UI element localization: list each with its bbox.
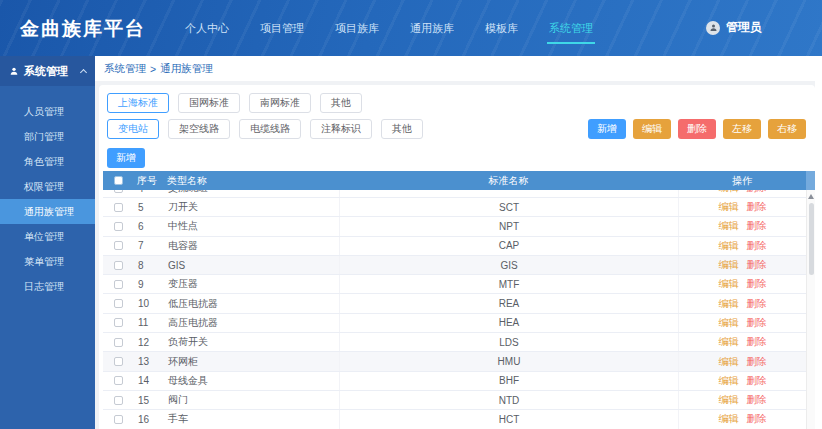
scroll-up-icon[interactable] bbox=[808, 194, 814, 199]
row-code: REA bbox=[339, 294, 678, 312]
delete-link[interactable]: 删除 bbox=[747, 335, 767, 349]
add-row-button[interactable]: 新增 bbox=[107, 148, 145, 168]
delete-link[interactable]: 删除 bbox=[747, 393, 767, 407]
category-filter-button[interactable]: 注释标识 bbox=[310, 119, 372, 139]
action-toolbar: 新增编辑删除左移右移 bbox=[588, 119, 806, 139]
delete-button[interactable]: 删除 bbox=[678, 119, 716, 139]
standard-filter-button[interactable]: 上海标准 bbox=[107, 93, 169, 113]
table-row: 6中性点NPT编辑删除 bbox=[103, 217, 806, 236]
row-checkbox[interactable] bbox=[114, 190, 123, 193]
standard-filter-button[interactable]: 其他 bbox=[320, 93, 362, 113]
delete-link[interactable]: 删除 bbox=[747, 239, 767, 253]
row-checkbox[interactable] bbox=[114, 357, 123, 366]
standard-filter-button[interactable]: 南网标准 bbox=[249, 93, 311, 113]
sidebar-item[interactable]: 菜单管理 bbox=[0, 249, 95, 274]
row-name: 中性点 bbox=[167, 219, 339, 233]
row-checkbox[interactable] bbox=[114, 415, 123, 424]
nav-item[interactable]: 模板库 bbox=[483, 13, 520, 44]
row-seq: 9 bbox=[133, 279, 167, 290]
sidebar-item[interactable]: 角色管理 bbox=[0, 149, 95, 174]
row-checkbox[interactable] bbox=[114, 299, 123, 308]
add-button[interactable]: 新增 bbox=[588, 119, 626, 139]
row-checkbox-cell bbox=[103, 261, 133, 270]
nav-item[interactable]: 通用族库 bbox=[408, 13, 456, 44]
row-code: HEA bbox=[339, 314, 678, 332]
row-seq: 14 bbox=[133, 375, 167, 386]
edit-link[interactable]: 编辑 bbox=[719, 355, 739, 369]
edit-link[interactable]: 编辑 bbox=[719, 190, 739, 195]
row-checkbox[interactable] bbox=[114, 280, 123, 289]
scrollbar-thumb[interactable] bbox=[809, 203, 814, 275]
row-seq: 13 bbox=[133, 356, 167, 367]
row-seq: 8 bbox=[133, 260, 167, 271]
row-name: 环网柜 bbox=[167, 355, 339, 369]
edit-button[interactable]: 编辑 bbox=[633, 119, 671, 139]
delete-link[interactable]: 删除 bbox=[747, 412, 767, 426]
row-checkbox[interactable] bbox=[114, 338, 123, 347]
nav-item[interactable]: 系统管理 bbox=[547, 13, 595, 44]
sidebar-item[interactable]: 权限管理 bbox=[0, 174, 95, 199]
table-row-partial: 4交流绕组编辑删除 bbox=[103, 190, 806, 198]
delete-link[interactable]: 删除 bbox=[747, 190, 767, 195]
row-seq: 12 bbox=[133, 337, 167, 348]
row-seq: 16 bbox=[133, 414, 167, 425]
sidebar-item[interactable]: 通用族管理 bbox=[0, 199, 95, 224]
delete-link[interactable]: 删除 bbox=[747, 219, 767, 233]
edit-link[interactable]: 编辑 bbox=[719, 297, 739, 311]
edit-link[interactable]: 编辑 bbox=[719, 258, 739, 272]
table-scrollbar[interactable] bbox=[806, 190, 815, 429]
row-actions: 编辑删除 bbox=[678, 217, 806, 235]
sidebar-item[interactable]: 部门管理 bbox=[0, 124, 95, 149]
edit-link[interactable]: 编辑 bbox=[719, 412, 739, 426]
sidebar-item[interactable]: 单位管理 bbox=[0, 224, 95, 249]
edit-link[interactable]: 编辑 bbox=[719, 316, 739, 330]
row-checkbox[interactable] bbox=[114, 376, 123, 385]
row-name: 负荷开关 bbox=[167, 335, 339, 349]
table-row: 9变压器MTF编辑删除 bbox=[103, 275, 806, 294]
delete-link[interactable]: 删除 bbox=[747, 277, 767, 291]
nav-item[interactable]: 项目管理 bbox=[258, 13, 306, 44]
move-right-button[interactable]: 右移 bbox=[768, 119, 806, 139]
user-menu[interactable]: 管理员 bbox=[706, 19, 762, 36]
row-checkbox-cell bbox=[103, 396, 133, 405]
breadcrumb-root[interactable]: 系统管理 bbox=[104, 62, 146, 76]
chevron-up-icon bbox=[80, 68, 87, 75]
row-seq: 10 bbox=[133, 298, 167, 309]
row-checkbox[interactable] bbox=[114, 396, 123, 405]
edit-link[interactable]: 编辑 bbox=[719, 374, 739, 388]
edit-link[interactable]: 编辑 bbox=[719, 239, 739, 253]
sidebar-group-system[interactable]: 系统管理 bbox=[0, 56, 95, 86]
row-checkbox[interactable] bbox=[114, 318, 123, 327]
nav-item[interactable]: 个人中心 bbox=[183, 13, 231, 44]
row-checkbox[interactable] bbox=[114, 203, 123, 212]
data-table: 序号 类型名称 标准名称 操作 4交流绕组编辑删除5刀开关SCT编辑删除6中性点… bbox=[103, 171, 815, 429]
row-checkbox[interactable] bbox=[114, 222, 123, 231]
select-all-cell bbox=[103, 176, 133, 185]
edit-link[interactable]: 编辑 bbox=[719, 393, 739, 407]
row-code: BHF bbox=[339, 372, 678, 390]
delete-link[interactable]: 删除 bbox=[747, 374, 767, 388]
move-left-button[interactable]: 左移 bbox=[723, 119, 761, 139]
sidebar-item[interactable]: 日志管理 bbox=[0, 274, 95, 299]
edit-link[interactable]: 编辑 bbox=[719, 335, 739, 349]
category-filter-button[interactable]: 其他 bbox=[381, 119, 423, 139]
nav-item[interactable]: 项目族库 bbox=[333, 13, 381, 44]
delete-link[interactable]: 删除 bbox=[747, 355, 767, 369]
row-checkbox[interactable] bbox=[114, 261, 123, 270]
row-checkbox[interactable] bbox=[114, 241, 123, 250]
edit-link[interactable]: 编辑 bbox=[719, 219, 739, 233]
brand-logo: 金曲族库平台 bbox=[20, 16, 146, 42]
select-all-checkbox[interactable] bbox=[114, 176, 123, 185]
delete-link[interactable]: 删除 bbox=[747, 200, 767, 214]
category-filter-button[interactable]: 变电站 bbox=[107, 119, 159, 139]
edit-link[interactable]: 编辑 bbox=[719, 277, 739, 291]
edit-link[interactable]: 编辑 bbox=[719, 200, 739, 214]
category-filter-button[interactable]: 电缆线路 bbox=[239, 119, 301, 139]
breadcrumb-separator: > bbox=[150, 63, 156, 75]
sidebar-item[interactable]: 人员管理 bbox=[0, 99, 95, 124]
standard-filter-button[interactable]: 国网标准 bbox=[178, 93, 240, 113]
category-filter-button[interactable]: 架空线路 bbox=[168, 119, 230, 139]
delete-link[interactable]: 删除 bbox=[747, 297, 767, 311]
delete-link[interactable]: 删除 bbox=[747, 316, 767, 330]
delete-link[interactable]: 删除 bbox=[747, 258, 767, 272]
